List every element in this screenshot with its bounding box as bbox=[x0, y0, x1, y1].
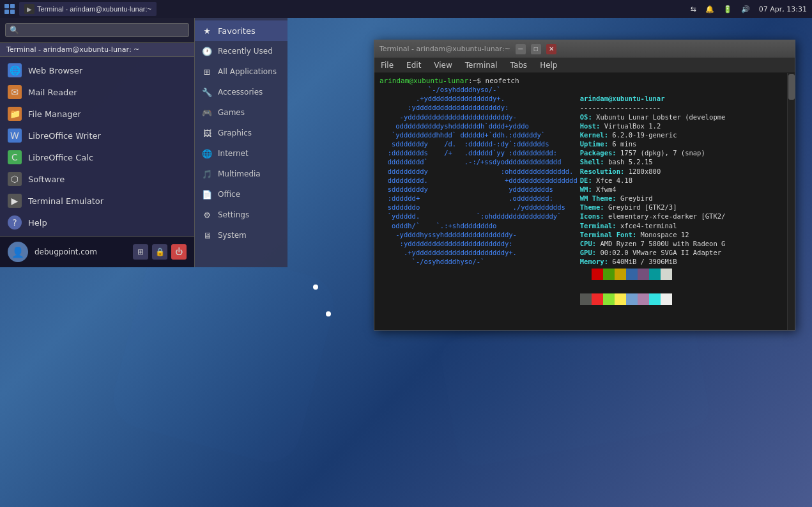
menu-item-icon: W bbox=[8, 129, 22, 143]
menu-item-libreoffice-writer[interactable]: W LibreOffice Writer bbox=[0, 125, 194, 146]
taskbar: ▶ Terminal - arindam@xubuntu-lunar:~ ⇆ 🔔… bbox=[0, 0, 812, 18]
terminal-title: Terminal - arindam@xubuntu-lunar:~ bbox=[379, 45, 510, 53]
favorites-label: Favorites bbox=[218, 26, 256, 36]
color-swatches-row2 bbox=[580, 293, 782, 305]
cat-icon: ⊞ bbox=[201, 66, 213, 77]
taskbar-left: ▶ Terminal - arindam@xubuntu-lunar:~ bbox=[3, 2, 688, 16]
search-bar bbox=[0, 18, 194, 43]
cat-icon: ⚙ bbox=[201, 209, 213, 221]
menu-item-label: File Manager bbox=[28, 109, 81, 119]
color-swatch bbox=[603, 293, 615, 305]
terminal-scrollbar[interactable] bbox=[787, 73, 795, 330]
category-item-office[interactable]: 📄Office bbox=[195, 184, 287, 205]
color-swatches-row1 bbox=[580, 269, 782, 280]
category-item-system[interactable]: 🖥System bbox=[195, 225, 287, 246]
menu-item-icon: 🌐 bbox=[8, 63, 22, 77]
menu-item-label: Help bbox=[28, 218, 47, 228]
menu-item-help[interactable]: ? Help bbox=[0, 212, 194, 233]
menu-item-icon: C bbox=[8, 150, 22, 164]
lock-screen-button[interactable]: 🔒 bbox=[152, 244, 167, 260]
menu-tabs[interactable]: Tabs bbox=[508, 59, 530, 71]
terminal-maximize-button[interactable]: □ bbox=[531, 44, 541, 54]
category-item-settings[interactable]: ⚙Settings bbox=[195, 205, 287, 225]
terminal-content: arindam@xubuntu-lunar:~$ neofetch `-/osy… bbox=[374, 73, 787, 330]
desktop-dot-1 bbox=[313, 285, 318, 290]
menu-terminal[interactable]: Terminal bbox=[463, 59, 500, 71]
favorites-icon: ★ bbox=[201, 25, 213, 36]
menu-item-mail-reader[interactable]: ✉ Mail Reader bbox=[0, 81, 194, 103]
menu-tooltip: Terminal - arindam@xubuntu-lunar: ~ bbox=[0, 43, 194, 57]
cat-label: Games bbox=[218, 108, 245, 117]
terminal-menubar: File Edit View Terminal Tabs Help bbox=[374, 58, 795, 73]
color-swatch bbox=[649, 269, 661, 280]
cat-icon: 📄 bbox=[201, 189, 213, 200]
network-icon[interactable]: ⇆ bbox=[688, 5, 699, 13]
color-swatch bbox=[615, 269, 626, 280]
color-swatch bbox=[580, 269, 592, 280]
terminal-titlebar: Terminal - arindam@xubuntu-lunar:~ ─ □ ✕ bbox=[374, 40, 795, 58]
battery-icon[interactable]: 🔋 bbox=[721, 5, 735, 13]
cat-label: Office bbox=[218, 190, 240, 199]
terminal-prompt-line: arindam@xubuntu-lunar:~$ neofetch bbox=[379, 77, 782, 85]
category-item-graphics[interactable]: 🖼Graphics bbox=[195, 123, 287, 143]
cat-label: Internet bbox=[218, 149, 249, 158]
menu-file[interactable]: File bbox=[378, 59, 396, 71]
color-swatch bbox=[649, 293, 661, 305]
notification-icon[interactable]: 🔔 bbox=[703, 5, 717, 13]
menu-item-icon: ? bbox=[8, 215, 22, 230]
cat-label: System bbox=[218, 231, 247, 240]
cat-icon: 🕐 bbox=[201, 45, 213, 57]
user-avatar: 👤 bbox=[8, 242, 28, 262]
desktop-dot-2 bbox=[326, 311, 331, 316]
svg-rect-1 bbox=[10, 4, 15, 8]
switch-user-button[interactable]: ⊞ bbox=[133, 244, 148, 260]
cat-icon: 🎵 bbox=[201, 168, 213, 180]
cat-icon: 🌐 bbox=[201, 148, 213, 159]
menu-left-panel: Terminal - arindam@xubuntu-lunar: ~ 🌐 We… bbox=[0, 18, 195, 267]
terminal-prompt-separator: :~$ bbox=[468, 77, 486, 85]
terminal-info: arindam@xubuntu-lunar ------------------… bbox=[580, 85, 782, 324]
menu-help[interactable]: Help bbox=[537, 59, 560, 71]
menu-item-label: Mail Reader bbox=[28, 88, 77, 97]
taskbar-app-menu-icon[interactable] bbox=[3, 2, 17, 16]
menu-item-label: Terminal Emulator bbox=[28, 196, 103, 206]
logout-button[interactable]: ⏻ bbox=[171, 244, 187, 260]
category-item-games[interactable]: 🎮Games bbox=[195, 102, 287, 123]
category-item-recently-used[interactable]: 🕐Recently Used bbox=[195, 41, 287, 61]
cat-icon: 🖼 bbox=[201, 127, 213, 139]
terminal-scrollbar-thumb[interactable] bbox=[788, 74, 795, 100]
category-item-multimedia[interactable]: 🎵Multimedia bbox=[195, 164, 287, 184]
menu-item-libreoffice-calc[interactable]: C LibreOffice Calc bbox=[0, 146, 194, 168]
menu-item-web-browser[interactable]: 🌐 Web Browser bbox=[0, 59, 194, 81]
category-item-accessories[interactable]: 🔧Accessories bbox=[195, 82, 287, 102]
color-swatch bbox=[592, 269, 603, 280]
category-favorites-header[interactable]: ★Favorites bbox=[195, 20, 287, 41]
terminal-minimize-button[interactable]: ─ bbox=[516, 44, 526, 54]
menu-item-terminal-emulator[interactable]: ▶ Terminal Emulator bbox=[0, 190, 194, 212]
terminal-close-button[interactable]: ✕ bbox=[546, 44, 556, 54]
menu-item-file-manager[interactable]: 📁 File Manager bbox=[0, 103, 194, 125]
color-swatch bbox=[638, 269, 649, 280]
menu-edit[interactable]: Edit bbox=[404, 59, 424, 71]
color-swatch bbox=[626, 293, 638, 305]
category-item-all-applications[interactable]: ⊞All Applications bbox=[195, 61, 287, 82]
search-input[interactable] bbox=[5, 23, 189, 37]
color-swatch bbox=[615, 293, 626, 305]
menu-item-label: LibreOffice Calc bbox=[28, 153, 93, 162]
cat-label: Multimedia bbox=[218, 169, 261, 178]
cat-label: All Applications bbox=[218, 67, 277, 76]
taskbar-terminal-button[interactable]: ▶ Terminal - arindam@xubuntu-lunar:~ bbox=[19, 2, 157, 16]
svg-rect-3 bbox=[10, 10, 15, 14]
color-swatch bbox=[580, 293, 592, 305]
taskbar-title-text: Terminal - arindam@xubuntu-lunar:~ bbox=[37, 5, 151, 13]
datetime-display[interactable]: 07 Apr, 13:31 bbox=[756, 5, 809, 13]
cat-icon: 🔧 bbox=[201, 86, 213, 98]
volume-icon[interactable]: 🔊 bbox=[739, 5, 753, 13]
category-item-internet[interactable]: 🌐Internet bbox=[195, 143, 287, 164]
terminal-icon-small: ▶ bbox=[24, 4, 34, 14]
application-menu: Terminal - arindam@xubuntu-lunar: ~ 🌐 We… bbox=[0, 18, 287, 267]
menu-view[interactable]: View bbox=[431, 59, 454, 71]
cat-label: Graphics bbox=[218, 129, 252, 137]
menu-item-icon: ▶ bbox=[8, 194, 22, 208]
menu-item-software[interactable]: ⬡ Software bbox=[0, 168, 194, 190]
